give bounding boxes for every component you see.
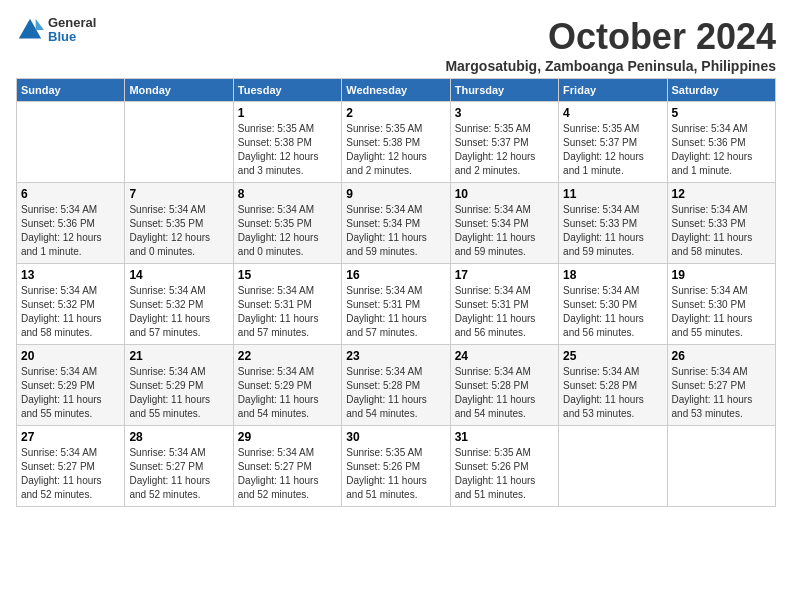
logo-blue-text: Blue [48,30,96,44]
day-number: 1 [238,106,337,120]
weekday-header-tuesday: Tuesday [233,79,341,102]
day-number: 14 [129,268,228,282]
day-info: Sunrise: 5:34 AM Sunset: 5:35 PM Dayligh… [129,203,228,259]
weekday-header-sunday: Sunday [17,79,125,102]
day-info: Sunrise: 5:35 AM Sunset: 5:38 PM Dayligh… [238,122,337,178]
day-number: 9 [346,187,445,201]
calendar-week-3: 13Sunrise: 5:34 AM Sunset: 5:32 PM Dayli… [17,264,776,345]
day-info: Sunrise: 5:34 AM Sunset: 5:27 PM Dayligh… [238,446,337,502]
calendar-cell: 9Sunrise: 5:34 AM Sunset: 5:34 PM Daylig… [342,183,450,264]
day-number: 7 [129,187,228,201]
calendar-cell: 7Sunrise: 5:34 AM Sunset: 5:35 PM Daylig… [125,183,233,264]
logo-general-text: General [48,16,96,30]
calendar-cell: 16Sunrise: 5:34 AM Sunset: 5:31 PM Dayli… [342,264,450,345]
calendar-cell: 26Sunrise: 5:34 AM Sunset: 5:27 PM Dayli… [667,345,775,426]
day-info: Sunrise: 5:34 AM Sunset: 5:27 PM Dayligh… [672,365,771,421]
calendar-cell: 1Sunrise: 5:35 AM Sunset: 5:38 PM Daylig… [233,102,341,183]
day-number: 17 [455,268,554,282]
day-number: 10 [455,187,554,201]
calendar-cell: 17Sunrise: 5:34 AM Sunset: 5:31 PM Dayli… [450,264,558,345]
calendar-cell: 27Sunrise: 5:34 AM Sunset: 5:27 PM Dayli… [17,426,125,507]
page-header: General Blue October 2024 Margosatubig, … [16,16,776,74]
calendar-week-2: 6Sunrise: 5:34 AM Sunset: 5:36 PM Daylig… [17,183,776,264]
calendar-cell: 20Sunrise: 5:34 AM Sunset: 5:29 PM Dayli… [17,345,125,426]
day-number: 12 [672,187,771,201]
day-number: 19 [672,268,771,282]
calendar-cell: 13Sunrise: 5:34 AM Sunset: 5:32 PM Dayli… [17,264,125,345]
weekday-header-wednesday: Wednesday [342,79,450,102]
day-number: 11 [563,187,662,201]
day-info: Sunrise: 5:35 AM Sunset: 5:38 PM Dayligh… [346,122,445,178]
calendar-cell: 25Sunrise: 5:34 AM Sunset: 5:28 PM Dayli… [559,345,667,426]
calendar-week-4: 20Sunrise: 5:34 AM Sunset: 5:29 PM Dayli… [17,345,776,426]
day-number: 6 [21,187,120,201]
calendar-cell [17,102,125,183]
calendar-cell: 3Sunrise: 5:35 AM Sunset: 5:37 PM Daylig… [450,102,558,183]
day-info: Sunrise: 5:34 AM Sunset: 5:29 PM Dayligh… [238,365,337,421]
weekday-header-monday: Monday [125,79,233,102]
weekday-header-saturday: Saturday [667,79,775,102]
calendar-cell: 14Sunrise: 5:34 AM Sunset: 5:32 PM Dayli… [125,264,233,345]
day-info: Sunrise: 5:34 AM Sunset: 5:32 PM Dayligh… [21,284,120,340]
day-info: Sunrise: 5:34 AM Sunset: 5:28 PM Dayligh… [455,365,554,421]
day-info: Sunrise: 5:34 AM Sunset: 5:31 PM Dayligh… [346,284,445,340]
day-info: Sunrise: 5:34 AM Sunset: 5:28 PM Dayligh… [346,365,445,421]
day-number: 15 [238,268,337,282]
day-number: 18 [563,268,662,282]
day-info: Sunrise: 5:35 AM Sunset: 5:37 PM Dayligh… [455,122,554,178]
day-info: Sunrise: 5:34 AM Sunset: 5:32 PM Dayligh… [129,284,228,340]
day-number: 5 [672,106,771,120]
day-info: Sunrise: 5:34 AM Sunset: 5:29 PM Dayligh… [129,365,228,421]
day-info: Sunrise: 5:34 AM Sunset: 5:29 PM Dayligh… [21,365,120,421]
calendar-week-1: 1Sunrise: 5:35 AM Sunset: 5:38 PM Daylig… [17,102,776,183]
calendar-cell: 19Sunrise: 5:34 AM Sunset: 5:30 PM Dayli… [667,264,775,345]
day-number: 25 [563,349,662,363]
calendar-cell [125,102,233,183]
month-title: October 2024 [445,16,776,58]
day-number: 27 [21,430,120,444]
calendar-cell: 8Sunrise: 5:34 AM Sunset: 5:35 PM Daylig… [233,183,341,264]
day-number: 26 [672,349,771,363]
day-info: Sunrise: 5:34 AM Sunset: 5:30 PM Dayligh… [563,284,662,340]
calendar-cell: 6Sunrise: 5:34 AM Sunset: 5:36 PM Daylig… [17,183,125,264]
calendar-cell [667,426,775,507]
calendar-cell [559,426,667,507]
day-number: 21 [129,349,228,363]
day-info: Sunrise: 5:34 AM Sunset: 5:34 PM Dayligh… [346,203,445,259]
weekday-header-thursday: Thursday [450,79,558,102]
day-number: 2 [346,106,445,120]
day-info: Sunrise: 5:34 AM Sunset: 5:27 PM Dayligh… [129,446,228,502]
logo: General Blue [16,16,96,45]
weekday-header-row: SundayMondayTuesdayWednesdayThursdayFrid… [17,79,776,102]
day-number: 24 [455,349,554,363]
day-info: Sunrise: 5:34 AM Sunset: 5:36 PM Dayligh… [21,203,120,259]
calendar-cell: 29Sunrise: 5:34 AM Sunset: 5:27 PM Dayli… [233,426,341,507]
day-number: 23 [346,349,445,363]
day-number: 29 [238,430,337,444]
day-number: 16 [346,268,445,282]
day-info: Sunrise: 5:34 AM Sunset: 5:35 PM Dayligh… [238,203,337,259]
location-title: Margosatubig, Zamboanga Peninsula, Phili… [445,58,776,74]
day-info: Sunrise: 5:35 AM Sunset: 5:26 PM Dayligh… [455,446,554,502]
logo-icon [16,16,44,44]
day-info: Sunrise: 5:34 AM Sunset: 5:28 PM Dayligh… [563,365,662,421]
calendar-cell: 15Sunrise: 5:34 AM Sunset: 5:31 PM Dayli… [233,264,341,345]
day-info: Sunrise: 5:34 AM Sunset: 5:33 PM Dayligh… [672,203,771,259]
calendar-cell: 28Sunrise: 5:34 AM Sunset: 5:27 PM Dayli… [125,426,233,507]
calendar-cell: 4Sunrise: 5:35 AM Sunset: 5:37 PM Daylig… [559,102,667,183]
calendar-week-5: 27Sunrise: 5:34 AM Sunset: 5:27 PM Dayli… [17,426,776,507]
day-info: Sunrise: 5:35 AM Sunset: 5:26 PM Dayligh… [346,446,445,502]
logo-text: General Blue [48,16,96,45]
calendar-cell: 30Sunrise: 5:35 AM Sunset: 5:26 PM Dayli… [342,426,450,507]
calendar-cell: 10Sunrise: 5:34 AM Sunset: 5:34 PM Dayli… [450,183,558,264]
calendar-cell: 12Sunrise: 5:34 AM Sunset: 5:33 PM Dayli… [667,183,775,264]
calendar-table: SundayMondayTuesdayWednesdayThursdayFrid… [16,78,776,507]
calendar-cell: 31Sunrise: 5:35 AM Sunset: 5:26 PM Dayli… [450,426,558,507]
calendar-cell: 18Sunrise: 5:34 AM Sunset: 5:30 PM Dayli… [559,264,667,345]
day-info: Sunrise: 5:35 AM Sunset: 5:37 PM Dayligh… [563,122,662,178]
title-block: October 2024 Margosatubig, Zamboanga Pen… [445,16,776,74]
day-info: Sunrise: 5:34 AM Sunset: 5:27 PM Dayligh… [21,446,120,502]
day-info: Sunrise: 5:34 AM Sunset: 5:30 PM Dayligh… [672,284,771,340]
day-number: 20 [21,349,120,363]
day-number: 3 [455,106,554,120]
